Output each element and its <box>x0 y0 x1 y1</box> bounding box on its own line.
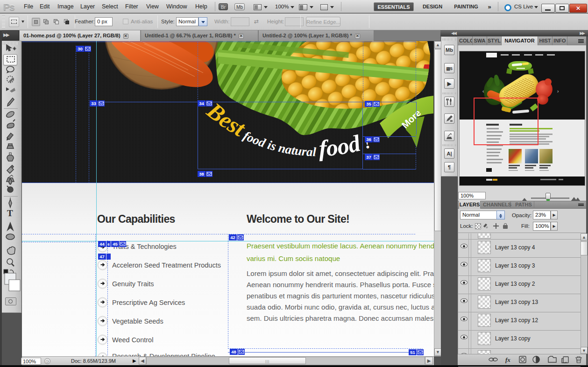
svg-text:51: 51 <box>410 350 415 355</box>
svg-text:T: T <box>7 208 13 218</box>
svg-text:Aenean nonummy hendrerit mauri: Aenean nonummy hendrerit mauris. Phasell… <box>247 281 434 289</box>
svg-text:Research & Development Pipelin: Research & Development Pipeline <box>112 353 215 356</box>
svg-text:35: 35 <box>366 101 371 106</box>
svg-text:38: 38 <box>199 171 204 176</box>
svg-text:Acceleron Seed Treatment Produ: Acceleron Seed Treatment Products <box>112 261 221 269</box>
svg-text:Vegetable Seeds: Vegetable Seeds <box>112 318 163 325</box>
svg-text:44: 44 <box>99 241 105 247</box>
svg-text:Our Capabilities: Our Capabilities <box>97 213 175 225</box>
svg-text:Genuity Traits: Genuity Traits <box>112 280 154 288</box>
svg-text:fx: fx <box>505 356 510 363</box>
svg-text:42: 42 <box>230 235 235 240</box>
svg-text:34: 34 <box>199 101 204 106</box>
svg-text:Praesent vestibulum molestie l: Praesent vestibulum molestie lacus. Aene… <box>247 242 434 250</box>
svg-text:Welcome to Our Site!: Welcome to Our Site! <box>247 213 349 225</box>
svg-text:45: 45 <box>113 241 118 247</box>
svg-text:30: 30 <box>78 46 83 51</box>
svg-text:33: 33 <box>91 101 96 106</box>
svg-text:47: 47 <box>99 254 105 259</box>
svg-text:sem. Duis ultricies pharetra m: sem. Duis ultricies pharetra magna. Done… <box>247 314 434 322</box>
svg-text:36: 36 <box>366 137 371 142</box>
svg-text:suada odio. Morbi nunc odio, g: suada odio. Morbi nunc odio, gravida at,… <box>247 303 434 311</box>
svg-text:penatibus et magnis dis partur: penatibus et magnis dis parturient monte… <box>247 292 434 300</box>
svg-text:Prescriptive Ag Services: Prescriptive Ag Services <box>112 299 185 306</box>
svg-text:6: 6 <box>107 242 110 247</box>
svg-text:37: 37 <box>366 155 371 160</box>
svg-text:48: 48 <box>231 349 236 354</box>
svg-text:Lorem ipsum dolor sit amet, co: Lorem ipsum dolor sit amet, consectetuer… <box>247 269 434 277</box>
svg-text:Weed Control: Weed Control <box>112 336 153 344</box>
svg-text:varius mi. Cum sociis natoque: varius mi. Cum sociis natoque <box>247 254 340 262</box>
